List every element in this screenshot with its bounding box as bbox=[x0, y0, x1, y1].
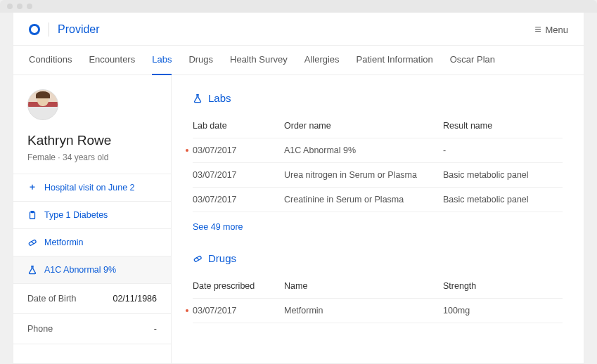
avatar bbox=[27, 89, 58, 120]
hamburger-icon bbox=[534, 23, 541, 36]
labs-table: Lab date Order name Result name 03/07/20… bbox=[193, 114, 563, 212]
col-result-name: Result name bbox=[443, 121, 563, 131]
sidebar-item-hospital[interactable]: Hospital visit on June 2 bbox=[13, 174, 171, 202]
browser-chrome bbox=[0, 0, 597, 13]
cell-name: Metformin bbox=[284, 306, 443, 316]
col-strength: Strength bbox=[443, 281, 563, 291]
table-row[interactable]: 03/07/2017Metformin100mg bbox=[193, 299, 563, 323]
table-row[interactable]: 03/07/2017A1C Abnormal 9%- bbox=[193, 138, 563, 163]
sidebar-item-clipboard[interactable]: Type 1 Diabetes bbox=[13, 202, 171, 229]
main-content: Labs Lab date Order name Result name 03/… bbox=[172, 75, 584, 363]
labs-see-more[interactable]: See 49 more bbox=[193, 212, 243, 232]
sidebar-item-label: A1C Abnormal 9% bbox=[44, 265, 116, 275]
brand-title: Provider bbox=[58, 23, 100, 36]
brand-logo-icon bbox=[29, 24, 40, 35]
phone-label: Phone bbox=[27, 324, 53, 334]
cell-result: Basic metabolic panel bbox=[443, 170, 563, 180]
drugs-section: Drugs Date prescribed Name Strength 03/0… bbox=[193, 252, 563, 323]
sidebar-item-pill[interactable]: Metformin bbox=[13, 229, 171, 256]
flask-icon bbox=[27, 265, 37, 275]
patient-profile: Kathryn Rowe Female · 34 years old bbox=[13, 75, 171, 174]
dob-row: Date of Birth 02/11/1986 bbox=[13, 284, 171, 314]
table-row[interactable]: 03/07/2017Urea nitrogen in Serum or Plas… bbox=[193, 163, 563, 188]
hospital-icon bbox=[27, 183, 37, 193]
window-dot bbox=[17, 4, 23, 9]
cell-date: 03/07/2017 bbox=[193, 145, 237, 155]
labs-heading: Labs bbox=[193, 92, 563, 104]
content-body: Kathryn Rowe Female · 34 years old Hospi… bbox=[13, 75, 584, 363]
cell-date: 03/07/2017 bbox=[193, 170, 237, 180]
clipboard-icon bbox=[27, 210, 37, 220]
col-lab-date: Lab date bbox=[193, 121, 284, 131]
tab-labs[interactable]: Labs bbox=[152, 46, 172, 74]
tab-health-survey[interactable]: Health Survey bbox=[230, 46, 288, 74]
col-drug-name: Name bbox=[284, 281, 443, 291]
flask-icon bbox=[193, 93, 203, 103]
window-dot bbox=[7, 4, 13, 9]
cell-order: Urea nitrogen in Serum or Plasma bbox=[284, 170, 443, 180]
app-window: Provider Menu ConditionsEncountersLabsDr… bbox=[13, 13, 584, 364]
drugs-title: Drugs bbox=[208, 252, 236, 264]
labs-title: Labs bbox=[208, 92, 231, 104]
cell-date: 03/07/2017 bbox=[193, 195, 237, 204]
drugs-table: Date prescribed Name Strength 03/07/2017… bbox=[193, 274, 563, 323]
drugs-table-header: Date prescribed Name Strength bbox=[193, 274, 563, 299]
tab-allergies[interactable]: Allergies bbox=[304, 46, 340, 74]
pill-icon bbox=[193, 254, 203, 264]
phone-row: Phone - bbox=[13, 314, 171, 344]
drugs-heading: Drugs bbox=[193, 252, 563, 264]
sidebar: Kathryn Rowe Female · 34 years old Hospi… bbox=[13, 75, 172, 363]
dob-label: Date of Birth bbox=[27, 294, 76, 304]
divider bbox=[49, 22, 49, 37]
phone-value: - bbox=[154, 324, 157, 334]
sidebar-list: Hospital visit on June 2Type 1 DiabetesM… bbox=[13, 174, 171, 284]
table-row[interactable]: 03/07/2017Creatinine in Serum or PlasmaB… bbox=[193, 188, 563, 212]
sidebar-item-label: Metformin bbox=[44, 238, 84, 247]
tab-bar: ConditionsEncountersLabsDrugsHealth Surv… bbox=[13, 46, 584, 75]
cell-result: - bbox=[443, 145, 563, 155]
flag-icon bbox=[186, 149, 188, 152]
menu-button[interactable]: Menu bbox=[534, 23, 568, 36]
patient-meta: Female · 34 years old bbox=[27, 152, 157, 162]
app-header: Provider Menu bbox=[13, 13, 584, 46]
tab-oscar-plan[interactable]: Oscar Plan bbox=[450, 46, 495, 74]
labs-section: Labs Lab date Order name Result name 03/… bbox=[193, 92, 563, 233]
brand: Provider bbox=[29, 22, 100, 37]
window-dot bbox=[27, 4, 32, 9]
col-order-name: Order name bbox=[284, 121, 443, 131]
menu-label: Menu bbox=[545, 25, 568, 35]
cell-result: Basic metabolic panel bbox=[443, 195, 563, 204]
labs-table-header: Lab date Order name Result name bbox=[193, 114, 563, 138]
cell-date: 03/07/2017 bbox=[193, 306, 237, 316]
sidebar-item-label: Type 1 Diabetes bbox=[44, 210, 108, 220]
tab-conditions[interactable]: Conditions bbox=[29, 46, 72, 74]
pill-icon bbox=[27, 238, 37, 247]
col-date-prescribed: Date prescribed bbox=[193, 281, 284, 291]
tab-encounters[interactable]: Encounters bbox=[89, 46, 135, 74]
cell-order: A1C Abnormal 9% bbox=[284, 145, 443, 155]
sidebar-item-flask[interactable]: A1C Abnormal 9% bbox=[13, 256, 171, 284]
flag-icon bbox=[186, 309, 188, 312]
tab-drugs[interactable]: Drugs bbox=[188, 46, 213, 74]
cell-order: Creatinine in Serum or Plasma bbox=[284, 195, 443, 204]
tab-patient-information[interactable]: Patient Information bbox=[357, 46, 433, 74]
dob-value: 02/11/1986 bbox=[113, 294, 157, 304]
cell-strength: 100mg bbox=[443, 306, 563, 316]
patient-details: Date of Birth 02/11/1986 Phone - bbox=[13, 284, 171, 344]
sidebar-item-label: Hospital visit on June 2 bbox=[44, 183, 135, 193]
patient-name: Kathryn Rowe bbox=[27, 133, 157, 148]
